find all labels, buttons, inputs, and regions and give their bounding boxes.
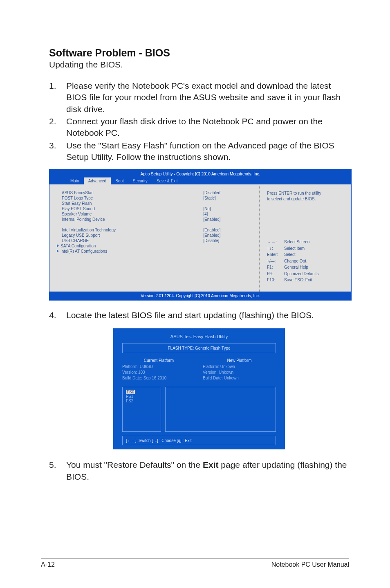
current-platform-col: Current Platform Platform: U36SD Version… — [122, 357, 195, 382]
bios-option-value[interactable]: [Enabled] — [203, 217, 251, 222]
bios-option-value[interactable]: [Enabled] — [203, 228, 251, 233]
bios-key-desc: General Help — [284, 264, 308, 271]
filesystem-list-panel: FS0 FS1 FS2 — [122, 387, 161, 432]
new-platform-header: New Platform — [203, 358, 276, 363]
bios-option-key[interactable]: Play POST Sound — [62, 206, 203, 212]
platform-line: Version: Unkown — [203, 370, 276, 375]
bios-key-desc: Select — [284, 251, 296, 258]
bios-footer: Version 2.01.1204. Copyright [C] 2010 Am… — [49, 292, 351, 300]
platform-line: Build Date: Sep 16 2010 — [122, 375, 195, 381]
bios-option-value[interactable]: [Disable] — [203, 238, 251, 244]
step-number: 1. — [49, 80, 66, 115]
instruction-list: 1. Please verify the Notebook PC's exact… — [49, 80, 349, 163]
fs-item-selected[interactable]: FS0 — [126, 390, 135, 394]
easy-flash-screenshot: ASUS Tek. Easy Flash Utility FLASH TYPE:… — [113, 328, 285, 449]
key-hint-bar: [←→]: Switch [↑↓] : Choose [q] : Exit — [122, 436, 276, 445]
step-number: 4. — [49, 310, 66, 321]
platform-line: Build Date: Unkown — [203, 375, 276, 381]
bios-key: ↑↓: — [267, 245, 284, 252]
bios-key: F1: — [267, 264, 284, 271]
bios-screenshot-1: Aptio Setup Utility - Copyright [C] 2010… — [49, 169, 352, 301]
bios-help-panel: Press ENTER to run the utility to select… — [259, 185, 351, 292]
fs-item[interactable]: FS1 — [126, 394, 157, 399]
bios-tab-boot[interactable]: Boot — [111, 177, 128, 184]
platform-line: Platform: Unkown — [203, 364, 276, 370]
bios-submenu[interactable]: SATA Configuration — [62, 244, 203, 249]
file-browser-panel — [165, 387, 276, 432]
bios-option-value[interactable]: [No] — [203, 206, 251, 212]
bios-option-key[interactable]: USB CHARGE — [62, 238, 203, 244]
bios-help-text: Press ENTER to run the utility — [267, 191, 345, 196]
bios-submenu[interactable]: Intel(R) AT Configurations — [62, 249, 203, 254]
step-number: 2. — [49, 116, 66, 139]
step-text: You must "Restore Defaults" on the Exit … — [66, 459, 349, 483]
bios-tab-main[interactable]: Main — [66, 177, 84, 184]
bios-key: +/—: — [267, 258, 284, 265]
new-platform-col: New Platform Platform: Unkown Version: U… — [203, 357, 276, 382]
bios-option-key[interactable]: Intel Virtualization Technology — [62, 228, 203, 233]
bios-tabs: Main Advanced Boot Security Save & Exit — [49, 177, 351, 184]
page-heading: Software Problem - BIOS — [49, 47, 349, 59]
bios-key-desc: Select Screen — [284, 239, 309, 245]
platform-line: Version: 103 — [122, 370, 195, 375]
bios-option-key[interactable]: Start Easy Flash — [62, 201, 203, 206]
bios-key-desc: Save ESC: Exit — [284, 277, 312, 283]
bios-option-key[interactable]: Legacy USB Support — [62, 233, 203, 238]
bios-option-value[interactable]: [Disabled] — [203, 191, 251, 196]
bios-titlebar: Aptio Setup Utility - Copyright [C] 2010… — [49, 170, 351, 177]
bios-option-value[interactable]: [Static] — [203, 196, 251, 201]
step-text: Please verify the Notebook PC's exact mo… — [66, 80, 349, 115]
bios-tab-security[interactable]: Security — [128, 177, 152, 184]
bios-option-key[interactable]: Speaker Volume — [62, 212, 203, 217]
bios-key: Enter: — [267, 251, 284, 258]
step-text: Locate the latest BIOS file and start up… — [66, 310, 314, 321]
bios-option-value[interactable]: [Enabled] — [203, 233, 251, 238]
exit-label-bold: Exit — [203, 460, 219, 469]
platform-line: Platform: U36SD — [122, 364, 195, 370]
bios-option-value[interactable]: [4] — [203, 212, 251, 217]
current-platform-header: Current Platform — [122, 358, 195, 363]
step-text: Connect your flash disk drive to the Not… — [66, 116, 349, 139]
bios-option-value — [203, 201, 251, 206]
bios-options-panel: ASUS FancyStart[Disabled] POST Logo Type… — [49, 185, 259, 292]
easy-flash-title: ASUS Tek. Easy Flash Utility — [119, 332, 279, 343]
step-text: Use the "Start Easy Flash" function on t… — [66, 140, 349, 163]
bios-tab-save-exit[interactable]: Save & Exit — [152, 177, 182, 184]
bios-option-key[interactable]: ASUS FancyStart — [62, 191, 203, 196]
step-number: 3. — [49, 140, 66, 163]
bios-key: F10: — [267, 277, 284, 283]
bios-option-key[interactable]: POST Logo Type — [62, 196, 203, 201]
manual-title: Notebook PC User Manual — [271, 561, 349, 568]
bios-tab-advanced[interactable]: Advanced — [84, 177, 111, 184]
page-number: A-12 — [41, 561, 55, 568]
bios-help-text: to select and update BIOS. — [267, 196, 345, 202]
page-subheading: Updating the BIOS. — [49, 60, 349, 70]
step-number: 5. — [49, 459, 66, 483]
bios-key: →←: — [267, 239, 284, 245]
fs-item[interactable]: FS2 — [126, 399, 157, 403]
bios-key: F9: — [267, 271, 284, 277]
bios-key-desc: Select Item — [284, 245, 305, 252]
bios-option-key[interactable]: Internal Pointing Device — [62, 217, 203, 222]
bios-key-desc: Optimized Defaults — [284, 271, 318, 277]
step-text-fragment: You must "Restore Defaults" on the — [66, 460, 203, 469]
bios-key-desc: Change Opt. — [284, 258, 307, 265]
flash-type-box: FLASH TYPE: Generic Flash Type — [122, 343, 276, 353]
